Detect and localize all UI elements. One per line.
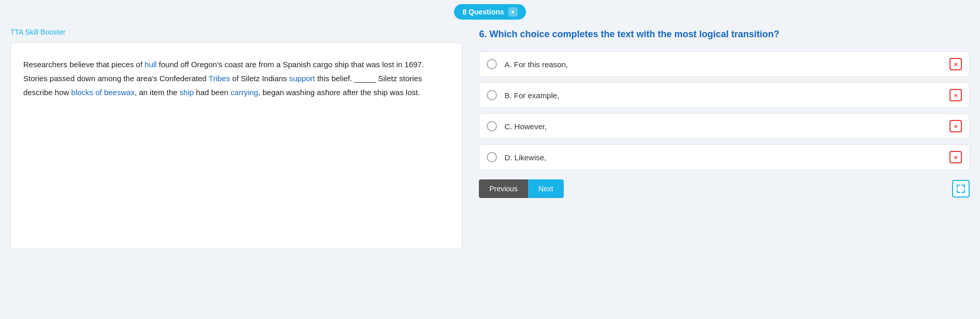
passage-text-5: , an item the [135, 88, 180, 97]
question-number: 6. [479, 29, 487, 39]
passage-highlight-beeswax: blocks of beeswax [71, 88, 135, 97]
left-panel: TTA Skill Booster Researchers believe th… [10, 28, 471, 316]
chevron-down-icon: ▼ [508, 7, 518, 17]
question-title: 6. Which choice completes the text with … [479, 28, 970, 41]
questions-button[interactable]: 8 Questions ▼ [454, 4, 525, 20]
option-d[interactable]: D. Likewise, × [479, 144, 970, 170]
option-c[interactable]: C. However, × [479, 113, 970, 139]
passage-text-3: of Siletz Indians [230, 74, 289, 83]
passage-text-6: had been [194, 88, 230, 97]
question-text: Which choice completes the text with the… [489, 29, 779, 39]
radio-c[interactable] [487, 121, 497, 131]
main-layout: TTA Skill Booster Researchers believe th… [0, 28, 980, 316]
radio-d[interactable] [487, 152, 497, 162]
passage-text-1: Researchers believe that pieces of [23, 60, 144, 69]
option-c-label: C. However, [504, 122, 949, 131]
option-d-label: D. Likewise, [504, 153, 949, 162]
passage-highlight-ship: ship [180, 88, 194, 97]
passage-highlight-carrying: carrying [230, 88, 258, 97]
questions-label: 8 Questions [462, 8, 504, 16]
eliminate-a-button[interactable]: × [949, 58, 962, 70]
expand-icon [957, 185, 965, 193]
passage-highlight-hull: hull [144, 60, 156, 69]
passage-box: Researchers believe that pieces of hull … [10, 42, 462, 249]
radio-a[interactable] [487, 59, 497, 69]
nav-row: Previous Next [479, 179, 970, 198]
expand-button[interactable] [952, 180, 970, 198]
option-a-label: A. For this reason, [504, 60, 949, 69]
eliminate-b-button[interactable]: × [949, 89, 962, 101]
right-panel: 6. Which choice completes the text with … [471, 28, 970, 316]
passage-text-7: , began washing ashore after the ship wa… [258, 88, 420, 97]
passage-highlight-tribes: Tribes [209, 74, 230, 83]
option-a[interactable]: A. For this reason, × [479, 51, 970, 77]
eliminate-c-button[interactable]: × [949, 120, 962, 132]
option-b-label: B. For example, [504, 91, 949, 100]
top-bar: 8 Questions ▼ [0, 0, 980, 28]
passage-highlight-support: support [289, 74, 315, 83]
eliminate-d-button[interactable]: × [949, 151, 962, 163]
nav-buttons: Previous Next [479, 179, 563, 198]
next-button[interactable]: Next [528, 179, 564, 198]
tta-skill-booster-label[interactable]: TTA Skill Booster [10, 28, 462, 36]
option-b[interactable]: B. For example, × [479, 82, 970, 108]
previous-button[interactable]: Previous [479, 179, 528, 198]
radio-b[interactable] [487, 90, 497, 100]
